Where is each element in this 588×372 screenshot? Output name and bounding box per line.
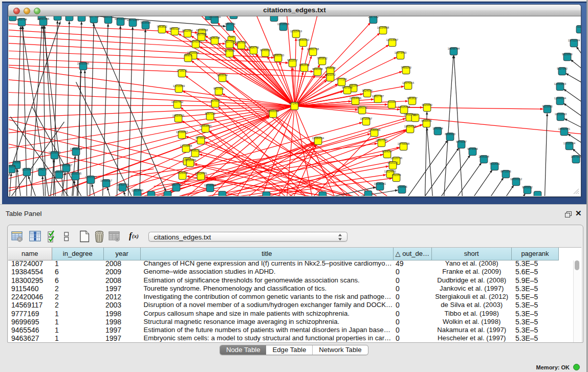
- svg-text:12353594: 12353594: [199, 124, 211, 127]
- svg-text:11923446: 11923446: [131, 189, 143, 192]
- svg-text:9084067: 9084067: [382, 150, 393, 153]
- svg-text:2935114: 2935114: [478, 155, 489, 158]
- svg-text:17004678: 17004678: [180, 144, 192, 147]
- svg-text:12213967: 12213967: [386, 38, 398, 41]
- svg-text:7485063: 7485063: [401, 66, 411, 69]
- svg-text:17016504: 17016504: [563, 142, 575, 145]
- svg-text:16648784: 16648784: [447, 47, 460, 50]
- svg-text:9699695: 9699695: [421, 119, 432, 122]
- svg-text:15136141: 15136141: [374, 182, 386, 185]
- svg-text:16671355: 16671355: [126, 18, 139, 21]
- svg-text:1362615: 1362615: [299, 63, 310, 67]
- svg-text:9777169: 9777169: [336, 78, 347, 81]
- svg-text:3498222: 3498222: [190, 149, 201, 152]
- svg-text:13524851: 13524851: [384, 170, 396, 173]
- svg-text:39154: 39154: [9, 165, 15, 168]
- svg-text:15051: 15051: [13, 161, 20, 164]
- svg-text:3215955: 3215955: [542, 105, 553, 108]
- svg-text:9474444: 9474444: [467, 147, 478, 150]
- svg-text:8660124: 8660124: [169, 27, 180, 30]
- svg-text:1112: 1112: [577, 25, 581, 28]
- svg-text:17957275: 17957275: [84, 176, 97, 179]
- svg-text:17859924: 17859924: [70, 147, 82, 150]
- svg-text:(x): (x): [132, 233, 139, 239]
- svg-text:7515526: 7515526: [140, 21, 151, 24]
- svg-text:8471676: 8471676: [500, 170, 511, 173]
- svg-text:904: 904: [413, 114, 418, 117]
- svg-text:10025458: 10025458: [398, 105, 410, 108]
- svg-text:16543382: 16543382: [189, 40, 202, 43]
- svg-text:20975867: 20975867: [60, 164, 72, 167]
- svg-text:7625402: 7625402: [177, 171, 188, 174]
- svg-text:18807249: 18807249: [375, 139, 387, 142]
- svg-text:12505135: 12505135: [69, 172, 81, 175]
- svg-text:12444134: 12444134: [554, 97, 566, 100]
- svg-text:12975115: 12975115: [402, 81, 413, 84]
- svg-text:7663822: 7663822: [157, 25, 167, 28]
- svg-text:2087682: 2087682: [368, 16, 379, 18]
- svg-text:2718176: 2718176: [177, 69, 187, 72]
- svg-text:16107552: 16107552: [171, 100, 183, 103]
- svg-text:62100: 62100: [388, 100, 396, 103]
- svg-text:16120746: 16120746: [390, 157, 402, 160]
- svg-text:1733426: 1733426: [397, 185, 407, 188]
- svg-text:19384554: 19384554: [312, 137, 324, 140]
- svg-text:12213369: 12213369: [172, 84, 185, 87]
- svg-text:8912954: 8912954: [182, 29, 193, 32]
- svg-text:16640910: 16640910: [297, 38, 309, 41]
- svg-text:2803144: 2803144: [217, 74, 228, 77]
- svg-text:9245652: 9245652: [522, 186, 533, 189]
- svg-text:5822037: 5822037: [287, 59, 298, 62]
- svg-text:20364436: 20364436: [349, 97, 361, 100]
- svg-text:9463627: 9463627: [407, 97, 418, 100]
- svg-text:15692971: 15692971: [558, 127, 570, 130]
- svg-text:16210643: 16210643: [554, 113, 567, 116]
- svg-text:18724007: 18724007: [288, 102, 300, 105]
- svg-text:10914479: 10914479: [194, 172, 207, 175]
- svg-text:8938923: 8938923: [445, 133, 455, 136]
- svg-text:18300295: 18300295: [267, 110, 279, 113]
- svg-text:1115682: 1115682: [21, 168, 32, 171]
- svg-text:2967608: 2967608: [236, 41, 247, 44]
- svg-text:20091406: 20091406: [37, 17, 49, 20]
- svg-text:7986372: 7986372: [357, 106, 367, 109]
- svg-text:8427552: 8427552: [213, 87, 224, 90]
- svg-text:15885520: 15885520: [272, 54, 284, 57]
- svg-text:9327509: 9327509: [196, 33, 207, 36]
- svg-text:8186328: 8186328: [209, 36, 220, 39]
- svg-text:12093823: 12093823: [554, 82, 566, 85]
- svg-text:4055724: 4055724: [16, 18, 27, 21]
- svg-text:11325419: 11325419: [290, 30, 301, 33]
- svg-text:3175685: 3175685: [224, 49, 235, 52]
- svg-text:252254: 252254: [391, 173, 401, 177]
- svg-text:16154808: 16154808: [377, 26, 389, 29]
- svg-text:9327508: 9327508: [224, 40, 235, 43]
- svg-text:1621072: 1621072: [325, 73, 336, 76]
- svg-text:10654112: 10654112: [510, 178, 521, 181]
- svg-text:6794028: 6794028: [325, 67, 336, 70]
- svg-text:1615132: 1615132: [387, 161, 398, 164]
- svg-text:20206573: 20206573: [48, 151, 60, 154]
- svg-text:1145194: 1145194: [54, 170, 64, 173]
- svg-text:19654925: 19654925: [172, 114, 184, 117]
- svg-text:15720407: 15720407: [360, 117, 372, 120]
- svg-text:8878332: 8878332: [195, 136, 206, 139]
- svg-text:12942757: 12942757: [36, 168, 48, 171]
- svg-text:9115460: 9115460: [422, 103, 432, 106]
- svg-text:10807487: 10807487: [372, 95, 384, 98]
- svg-text:917008: 917008: [210, 99, 220, 102]
- svg-text:15716485: 15716485: [204, 184, 216, 187]
- svg-text:19166827: 19166827: [176, 130, 188, 134]
- svg-text:6497568: 6497568: [342, 86, 353, 89]
- svg-text:14099489: 14099489: [184, 159, 196, 162]
- svg-text:9457791: 9457791: [171, 183, 182, 186]
- svg-text:98901: 98901: [184, 54, 192, 57]
- svg-text:8267110: 8267110: [205, 112, 215, 115]
- svg-text:9227343: 9227343: [557, 67, 568, 70]
- svg-text:7357224: 7357224: [225, 23, 235, 26]
- svg-text:19654923: 19654923: [404, 125, 416, 128]
- svg-text:19218506: 19218506: [277, 23, 289, 26]
- svg-text:16033809: 16033809: [208, 16, 221, 18]
- svg-text:9329966: 9329966: [562, 53, 573, 56]
- svg-text:10688609: 10688609: [368, 128, 380, 132]
